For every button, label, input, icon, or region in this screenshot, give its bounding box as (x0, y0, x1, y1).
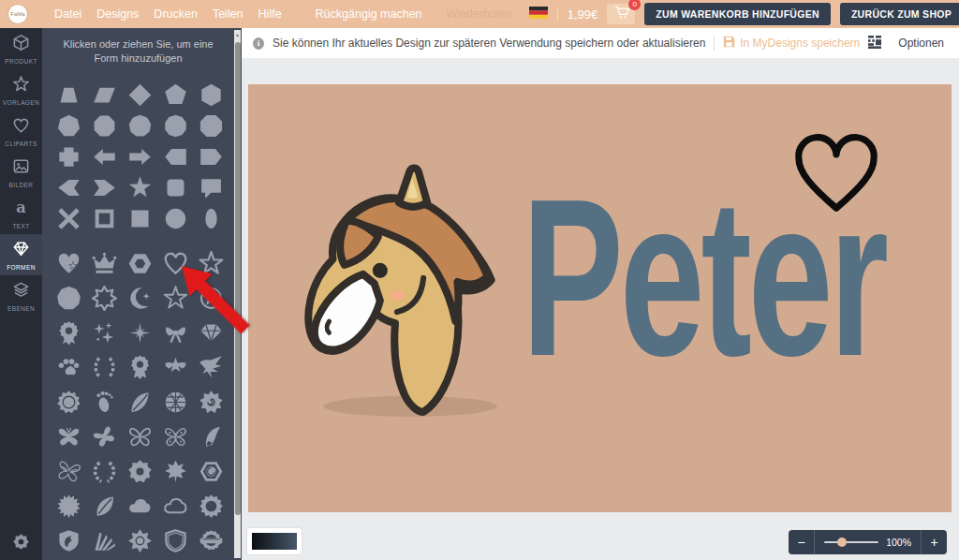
shape-leaf-icon[interactable] (86, 489, 122, 523)
background-gradient-swatch[interactable] (247, 528, 302, 554)
redo-button[interactable]: Wiederholen (439, 7, 520, 21)
shape-heart-star-icon[interactable] (51, 246, 86, 281)
zoom-in-button[interactable]: + (922, 530, 947, 554)
options-button[interactable]: Optionen (868, 36, 944, 52)
shape-butterfly-wire-icon[interactable] (51, 454, 86, 489)
heart-outline-shape[interactable] (791, 131, 881, 214)
shape-arrow-right-icon[interactable] (122, 141, 157, 172)
shape-hex-emblem-icon[interactable] (193, 454, 229, 489)
shape-geo-ring-icon[interactable] (193, 489, 229, 523)
zoom-slider-knob[interactable] (837, 538, 847, 547)
shape-blob-icon[interactable] (51, 281, 86, 316)
shape-dome-icon[interactable] (157, 385, 193, 420)
shape-speech-bubble-icon[interactable] (193, 172, 229, 203)
shape-sparkles-icon[interactable] (86, 316, 122, 350)
shape-burst-outline-icon[interactable] (86, 281, 122, 316)
shape-butterfly-side-icon[interactable] (86, 420, 122, 454)
shape-medal-icon[interactable] (122, 350, 157, 385)
undo-button[interactable]: Rückgängig machen (308, 7, 430, 21)
shape-footprint-icon[interactable] (86, 385, 122, 420)
shape-hexagon-icon[interactable] (193, 80, 229, 111)
sidebar-item-cliparts[interactable]: CLIPARTS (0, 111, 42, 152)
save-to-mydesigns-button[interactable]: In MyDesigns speichern (723, 36, 860, 51)
sidebar-item-vorlagen[interactable]: VORLAGEN (0, 69, 42, 111)
shape-diamond-icon[interactable] (122, 80, 157, 111)
german-flag-icon[interactable] (529, 6, 548, 22)
shape-butterfly-profile-icon[interactable] (193, 420, 229, 454)
back-to-shop-button[interactable]: ZURÜCK ZUM SHOP (840, 3, 959, 25)
shape-star-outline-icon[interactable] (193, 246, 229, 281)
shape-square-filled-icon[interactable] (122, 203, 157, 234)
sidebar-item-ebenen[interactable]: EBENEN (0, 275, 42, 317)
shape-ellipse-icon[interactable] (193, 203, 229, 234)
shape-square-outline-icon[interactable] (86, 203, 122, 234)
scrollbar-thumb[interactable] (235, 42, 241, 515)
shape-sun-gear-icon[interactable] (122, 454, 157, 489)
shape-shield-outline-icon[interactable] (157, 523, 193, 558)
sidebar-item-text[interactable]: aTEXT (0, 193, 42, 234)
menu-item-hilfe[interactable]: Hilfe (251, 7, 289, 21)
shape-rounded-octagon-icon[interactable] (193, 111, 229, 141)
shape-cross-x-icon[interactable] (51, 203, 86, 234)
zoom-slider[interactable] (824, 541, 878, 543)
shape-trapezoid-icon[interactable] (51, 80, 86, 111)
shape-rosette-icon[interactable] (51, 316, 86, 350)
panel-scrollbar[interactable]: ▲ (234, 30, 241, 558)
shape-crescent-star-icon[interactable] (122, 281, 157, 316)
shape-shield-horse-icon[interactable] (51, 523, 86, 558)
sidebar-item-bilder[interactable]: BILDER (0, 152, 42, 193)
shape-heart-outline-icon[interactable] (157, 246, 193, 281)
design-name-text[interactable]: Peter (522, 64, 885, 491)
sidebar-item-formen[interactable]: FORMEN (0, 234, 42, 275)
shape-butterfly-hearts-icon[interactable] (122, 420, 157, 454)
menu-item-datei[interactable]: Datei (47, 7, 89, 21)
shape-sun-dots-icon[interactable] (122, 523, 157, 558)
shape-cloud-icon[interactable] (122, 489, 157, 523)
shape-rounded-square-icon[interactable] (157, 172, 193, 203)
settings-button[interactable] (0, 533, 42, 554)
shape-heptagon-icon[interactable] (51, 111, 86, 141)
shape-laurel-open-icon[interactable] (86, 350, 122, 385)
shape-arrow-left-icon[interactable] (86, 141, 122, 172)
shape-lion-icon[interactable] (51, 385, 86, 420)
shape-bow-icon[interactable] (157, 316, 193, 350)
shape-feather-icon[interactable] (122, 385, 157, 420)
brand-logo[interactable]: FaMa (7, 4, 28, 24)
shape-notched-square-icon[interactable] (51, 141, 86, 172)
shape-star-icon[interactable] (122, 172, 157, 203)
shape-octagon-icon[interactable] (86, 111, 122, 141)
scroll-up-icon[interactable]: ▲ (234, 32, 241, 37)
shape-chevron-right-icon[interactable] (86, 172, 122, 203)
shape-star-circled-icon[interactable] (193, 281, 229, 316)
shape-eagle-icon[interactable] (193, 350, 229, 385)
shape-butterfly-lace-icon[interactable] (157, 420, 193, 454)
shape-rays-icon[interactable] (86, 523, 122, 558)
shape-parallelogram-icon[interactable] (86, 80, 122, 111)
shape-badge-banner-icon[interactable] (193, 523, 229, 558)
menu-item-designs[interactable]: Designs (89, 7, 146, 21)
shape-point-right-box-icon[interactable] (193, 141, 229, 172)
shape-decagon-icon[interactable] (157, 111, 193, 141)
shape-paw-icon[interactable] (51, 350, 86, 385)
shape-maple-leaf-icon[interactable] (157, 454, 193, 489)
add-to-cart-button[interactable]: ZUM WARENKORB HINZUFÜGEN (644, 3, 831, 25)
shape-star-wings-icon[interactable] (157, 350, 193, 385)
shape-butterfly-icon[interactable] (51, 420, 86, 454)
shape-cloud-outline-icon[interactable] (157, 489, 193, 523)
shape-pentagon-icon[interactable] (157, 80, 193, 111)
shape-sun-icon[interactable] (51, 489, 86, 523)
cart-button[interactable]: 0 (607, 4, 635, 24)
shape-sun-spiral-icon[interactable] (193, 385, 229, 420)
shape-gem-icon[interactable] (193, 316, 229, 350)
shape-point-left-box-icon[interactable] (157, 141, 193, 172)
shape-circle-icon[interactable] (157, 203, 193, 234)
shape-pentagram-icon[interactable] (157, 281, 193, 316)
shape-hex-nut-icon[interactable] (122, 246, 157, 281)
shape-nonagon-icon[interactable] (122, 111, 157, 141)
menu-item-drucken[interactable]: Drucken (146, 7, 205, 21)
shape-shining-star-icon[interactable] (122, 316, 157, 350)
sidebar-item-produkt[interactable]: PRODUKT (0, 28, 42, 69)
menu-item-teilen[interactable]: Teilen (205, 7, 251, 21)
zoom-out-button[interactable]: − (789, 530, 814, 554)
design-artboard[interactable]: Peter (248, 84, 952, 512)
